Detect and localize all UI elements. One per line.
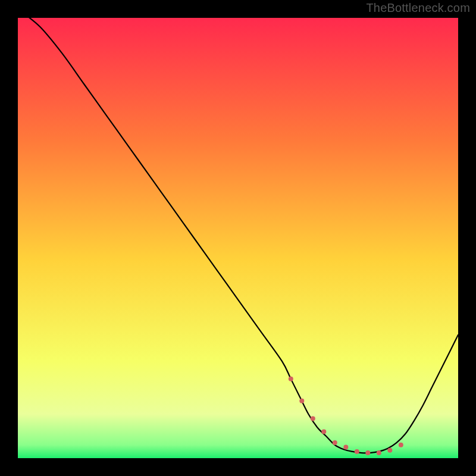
optimal-marker <box>343 445 348 450</box>
optimal-marker <box>377 450 381 455</box>
plot-area <box>18 18 458 458</box>
optimal-marker <box>399 443 403 447</box>
optimal-marker <box>355 449 359 454</box>
watermark-text: TheBottleneck.com <box>366 1 470 15</box>
optimal-marker <box>387 448 392 453</box>
optimal-marker <box>299 399 304 403</box>
optimal-marker <box>321 430 326 434</box>
optimal-marker <box>365 450 370 455</box>
optimal-marker <box>333 440 337 445</box>
optimal-marker <box>289 377 293 381</box>
chart-frame: TheBottleneck.com <box>0 0 476 476</box>
optimal-marker <box>311 416 315 421</box>
chart-svg <box>18 18 458 458</box>
